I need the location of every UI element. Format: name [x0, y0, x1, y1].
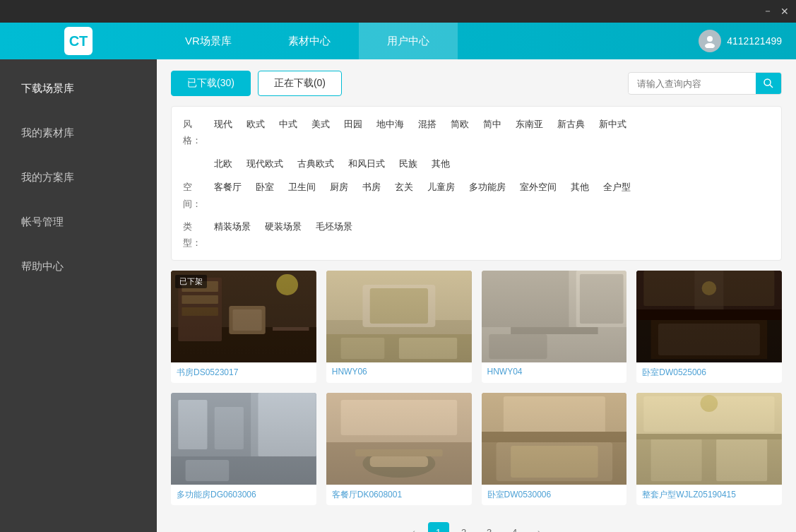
svg-rect-32 [658, 324, 760, 355]
image-card-7[interactable]: 卧室DW0530006 [482, 393, 627, 505]
filter-item-zhongshi[interactable]: 中式 [273, 115, 303, 133]
filter-item-yingzhuang[interactable]: 硬装场景 [259, 218, 307, 235]
filter-item-hunpei[interactable]: 混搭 [412, 115, 442, 133]
avatar [699, 30, 721, 52]
svg-rect-24 [482, 271, 569, 327]
page-4-button[interactable]: 4 [504, 522, 525, 532]
nav-tab-material[interactable]: 素材中心 [260, 23, 359, 59]
filter-item-xiandai[interactable]: 现代 [208, 115, 238, 133]
svg-rect-38 [171, 393, 251, 456]
svg-rect-42 [186, 460, 230, 481]
filter-item-woshi[interactable]: 卧室 [250, 178, 280, 196]
svg-rect-25 [511, 327, 598, 334]
filter-row-style: 风格： 现代 欧式 中式 美式 田园 地中海 混搭 简欧 简中 东南亚 新古典 … [183, 115, 770, 149]
image-card-3[interactable]: HNWY04 [482, 271, 627, 383]
page-2-button[interactable]: 2 [453, 522, 475, 532]
user-area: 4112121499 [699, 30, 796, 52]
image-card-5[interactable]: 多功能房DG0603006 [171, 393, 316, 505]
svg-rect-29 [636, 271, 782, 313]
filter-item-xiandaioushi[interactable]: 现代欧式 [241, 155, 289, 172]
svg-rect-64 [636, 434, 782, 439]
sidebar-item-account[interactable]: 帐号管理 [0, 200, 157, 244]
next-page-button[interactable]: › [530, 523, 550, 532]
page-1-button[interactable]: 1 [428, 522, 449, 532]
svg-rect-20 [399, 338, 457, 359]
sidebar-item-plans[interactable]: 我的方案库 [0, 155, 157, 200]
image-thumb-6 [326, 393, 472, 485]
filter-item-kecan[interactable]: 客餐厅 [208, 178, 247, 196]
svg-line-3 [770, 85, 773, 88]
svg-rect-48 [355, 449, 442, 456]
room-image-7 [482, 393, 627, 485]
image-card-8[interactable]: 整套户型WJLZ05190415 [636, 393, 782, 505]
room-image-5 [171, 393, 316, 485]
filter-item-jingzhuang[interactable]: 精装场景 [208, 218, 256, 235]
filter-items-style2: 北欧 现代欧式 古典欧式 和风日式 民族 其他 [208, 155, 456, 172]
room-image-8 [636, 393, 782, 485]
svg-rect-40 [215, 407, 244, 449]
prev-page-button[interactable]: ‹ [404, 523, 424, 532]
svg-rect-36 [171, 393, 316, 485]
svg-rect-58 [636, 393, 782, 435]
image-card-6[interactable]: 客餐厅DK0608001 [326, 393, 472, 505]
filter-item-quanhu[interactable]: 全户型 [598, 178, 636, 196]
filter-item-chufang[interactable]: 厨房 [324, 178, 354, 196]
image-card-4[interactable]: 卧室DW0525006 [636, 271, 782, 383]
tab-downloaded[interactable]: 已下载(30) [171, 71, 251, 96]
svg-rect-57 [636, 393, 782, 485]
filter-item-meishi[interactable]: 美式 [306, 115, 335, 133]
main-layout: 下载场景库 我的素材库 我的方案库 帐号管理 帮助中心 已下载(30) 正在下载… [0, 59, 796, 532]
filter-item-gudianou[interactable]: 古典欧式 [292, 155, 340, 172]
filter-item-oushi[interactable]: 欧式 [241, 115, 271, 133]
nav-tab-vr[interactable]: VR场景库 [157, 23, 260, 59]
filter-item-weisheng[interactable]: 卫生间 [283, 178, 321, 196]
nav-tab-user[interactable]: 用户中心 [359, 23, 458, 59]
sidebar-item-download[interactable]: 下载场景库 [0, 66, 157, 111]
page-3-button[interactable]: 3 [479, 522, 500, 532]
image-card-2[interactable]: HNWY06 [326, 271, 472, 383]
filter-item-shiwai[interactable]: 室外空间 [514, 178, 562, 196]
filter-item-jianou[interactable]: 简欧 [445, 115, 475, 133]
badge-offline-1: 已下架 [175, 275, 207, 288]
filter-item-tianyuan[interactable]: 田园 [338, 115, 368, 133]
filter-item-xuanguan[interactable]: 玄关 [389, 178, 419, 196]
search-input[interactable] [629, 74, 756, 93]
svg-rect-28 [636, 271, 782, 362]
tab-downloading[interactable]: 正在下载(0) [258, 71, 342, 96]
filter-item-dongnanyal[interactable]: 东南亚 [510, 115, 549, 133]
filter-items-type: 精装场景 硬装场景 毛坯场景 [208, 218, 358, 235]
image-title-7: 卧室DW0530006 [482, 485, 627, 505]
sidebar-item-materials[interactable]: 我的素材库 [0, 111, 157, 155]
image-thumb-2 [326, 271, 472, 362]
filter-item-qita1[interactable]: 其他 [426, 155, 456, 172]
image-card-1[interactable]: 已下架 书房DS0523017 [171, 271, 316, 383]
filter-item-hefeng[interactable]: 和风日式 [343, 155, 391, 172]
filter-item-maopi[interactable]: 毛坯场景 [310, 218, 358, 235]
svg-point-2 [764, 79, 771, 85]
sidebar-item-help[interactable]: 帮助中心 [0, 244, 157, 289]
svg-rect-18 [326, 334, 472, 362]
username: 4112121499 [727, 35, 782, 47]
room-image-6 [326, 393, 472, 485]
svg-rect-10 [229, 306, 265, 334]
filter-item-jianzhong[interactable]: 简中 [477, 115, 507, 133]
minimize-button[interactable]: － [762, 6, 773, 17]
filter-item-xingudian[interactable]: 新古典 [552, 115, 590, 133]
filter-item-xinzhongshi[interactable]: 新中式 [593, 115, 632, 133]
svg-rect-27 [562, 334, 619, 359]
svg-rect-13 [273, 327, 309, 331]
filter-item-ertong[interactable]: 儿童房 [422, 178, 461, 196]
filter-item-beioou[interactable]: 北欧 [208, 155, 238, 172]
filter-item-qita2[interactable]: 其他 [565, 178, 595, 196]
filter-label-space: 空间： [183, 179, 208, 212]
svg-rect-19 [340, 338, 384, 359]
filter-item-minzu[interactable]: 民族 [393, 155, 423, 172]
search-button[interactable] [756, 73, 781, 94]
close-button[interactable]: ✕ [779, 6, 790, 17]
title-bar: － ✕ [0, 0, 796, 23]
pagination: ‹ 1 2 3 4 › [171, 516, 782, 532]
filter-item-duogong[interactable]: 多功能房 [463, 178, 511, 196]
filter-item-dizhonghai[interactable]: 地中海 [371, 115, 410, 133]
filter-item-shufang[interactable]: 书房 [357, 178, 386, 196]
svg-rect-22 [576, 271, 626, 327]
